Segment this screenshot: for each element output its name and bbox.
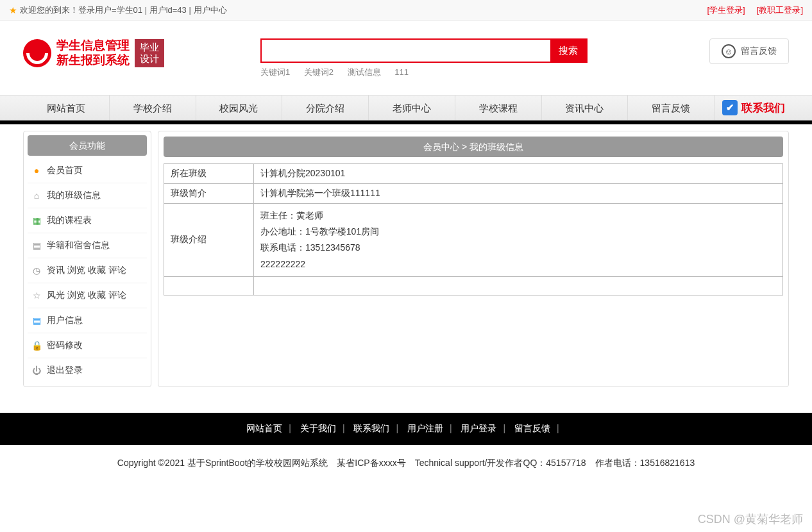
nav-course[interactable]: 学校课程 (455, 96, 542, 120)
table-row: 所在班级 计算机分院20230101 (164, 164, 783, 184)
table-row (164, 276, 783, 295)
search-input[interactable] (262, 40, 550, 62)
nav-news[interactable]: 资讯中心 (542, 96, 629, 120)
headset-icon: ☺ (722, 44, 736, 58)
main-panel: 会员中心 > 我的班级信息 所在班级 计算机分院20230101 班级简介 计算… (158, 131, 789, 387)
header: 学生信息管理 新生报到系统 毕业 设计 搜索 关键词1 关键词2 测试信息 11… (0, 21, 812, 85)
cell-label: 所在班级 (164, 164, 254, 184)
table-row: 班级介绍 班主任：黄老师 办公地址：1号教学楼101房间 联系电话：135123… (164, 204, 783, 277)
home-icon: ● (31, 165, 42, 176)
welcome-text: 欢迎您的到来！登录用户=学生01 | 用户id=43 | (20, 4, 191, 16)
keyword-link[interactable]: 111 (394, 67, 409, 77)
cell-value: 班主任：黄老师 办公地址：1号教学楼101房间 联系电话：13512345678… (254, 204, 783, 277)
table-row: 班级简介 计算机学院第一个班级111111 (164, 184, 783, 204)
keyword-link[interactable]: 关键词2 (304, 67, 334, 77)
detail-line: 联系电话：13512345678 (260, 240, 776, 256)
nav-feedback[interactable]: 留言反馈 (628, 96, 715, 120)
sidebar-item-password[interactable]: 🔒密码修改 (28, 333, 147, 358)
keyword-link[interactable]: 关键词1 (260, 67, 290, 77)
footer-link[interactable]: 网站首页 (246, 423, 282, 433)
logo-line2: 新生报到系统 (56, 53, 130, 68)
copyright: Copyright ©2021 基于SprintBoot的学校校园网站系统 某省… (0, 445, 812, 482)
detail-line: 222222222 (260, 256, 776, 272)
cell-value: 计算机分院20230101 (254, 164, 783, 184)
clock-icon: ◷ (31, 265, 42, 276)
info-table: 所在班级 计算机分院20230101 班级简介 计算机学院第一个班级111111… (164, 163, 783, 295)
feedback-label: 留言反馈 (741, 46, 777, 57)
nav-home[interactable]: 网站首页 (23, 96, 110, 120)
sidebar-item-dorm[interactable]: ▤学籍和宿舍信息 (28, 233, 147, 258)
keyword-link[interactable]: 测试信息 (348, 67, 381, 77)
grid-icon: ▤ (31, 240, 42, 251)
calendar-icon: ▦ (31, 215, 42, 226)
house-icon: ⌂ (31, 190, 42, 201)
breadcrumb: 会员中心 > 我的班级信息 (164, 137, 783, 157)
sidebar-title: 会员功能 (28, 135, 147, 156)
top-right: [学生登录] [教职工登录] (707, 4, 803, 16)
power-icon: ⏻ (31, 365, 42, 376)
detail-line: 办公地址：1号教学楼101房间 (260, 224, 776, 240)
cell-value: 计算机学院第一个班级111111 (254, 184, 783, 204)
footer-nav: 网站首页| 关于我们| 联系我们| 用户注册| 用户登录| 留言反馈| (0, 413, 812, 445)
nav-teacher[interactable]: 老师中心 (369, 96, 455, 120)
cell-label (164, 276, 254, 295)
logo-tag: 毕业 设计 (135, 39, 164, 67)
staff-login-link[interactable]: [教职工登录] (757, 5, 803, 15)
nav-branch[interactable]: 分院介绍 (282, 96, 369, 120)
footer-link[interactable]: 关于我们 (300, 423, 336, 433)
logo-text: 学生信息管理 新生报到系统 (56, 38, 130, 68)
footer-link[interactable]: 联系我们 (353, 423, 389, 433)
cell-label: 班级介绍 (164, 204, 254, 277)
top-bar: ★ 欢迎您的到来！登录用户=学生01 | 用户id=43 | 用户中心 [学生登… (0, 0, 812, 21)
star-icon: ☆ (31, 290, 42, 301)
sidebar-item-user[interactable]: ▤用户信息 (28, 308, 147, 333)
nav-contact[interactable]: ✔ 联系我们 (715, 96, 789, 120)
sidebar-item-home[interactable]: ●会员首页 (28, 158, 147, 183)
star-icon: ★ (9, 5, 17, 15)
footer-link[interactable]: 用户注册 (407, 423, 443, 433)
check-icon: ✔ (722, 100, 738, 115)
cell-value (254, 276, 783, 295)
sidebar: 会员功能 ●会员首页 ⌂我的班级信息 ▦我的课程表 ▤学籍和宿舍信息 ◷资讯 浏… (23, 131, 151, 387)
sidebar-item-schedule[interactable]: ▦我的课程表 (28, 208, 147, 233)
search-area: 搜索 关键词1 关键词2 测试信息 111 (260, 38, 588, 78)
sidebar-item-logout[interactable]: ⏻退出登录 (28, 358, 147, 383)
logo-icon (23, 39, 51, 67)
detail-line: 班主任：黄老师 (260, 208, 776, 224)
nav-scenery[interactable]: 校园风光 (196, 96, 283, 120)
sidebar-item-news[interactable]: ◷资讯 浏览 收藏 评论 (28, 258, 147, 283)
logo-line1: 学生信息管理 (56, 38, 130, 53)
nav-school[interactable]: 学校介绍 (110, 96, 196, 120)
sidebar-item-scenery[interactable]: ☆风光 浏览 收藏 评论 (28, 283, 147, 308)
footer-link[interactable]: 留言反馈 (514, 423, 550, 433)
keyword-row: 关键词1 关键词2 测试信息 111 (260, 67, 588, 78)
document-icon: ▤ (31, 315, 42, 326)
content: 会员功能 ●会员首页 ⌂我的班级信息 ▦我的课程表 ▤学籍和宿舍信息 ◷资讯 浏… (0, 124, 812, 394)
search-button[interactable]: 搜索 (550, 40, 586, 62)
welcome-area: ★ 欢迎您的到来！登录用户=学生01 | 用户id=43 | 用户中心 (9, 4, 227, 16)
feedback-button[interactable]: ☺ 留言反馈 (709, 38, 789, 64)
navbar: 网站首页 学校介绍 校园风光 分院介绍 老师中心 学校课程 资讯中心 留言反馈 … (0, 95, 812, 121)
cell-label: 班级简介 (164, 184, 254, 204)
logo-area: 学生信息管理 新生报到系统 毕业 设计 (23, 38, 164, 68)
contact-label: 联系我们 (741, 101, 785, 115)
student-login-link[interactable]: [学生登录] (707, 5, 745, 15)
lock-icon: 🔒 (31, 340, 42, 351)
search-box: 搜索 (260, 38, 588, 63)
footer-link[interactable]: 用户登录 (461, 423, 496, 433)
sidebar-item-class[interactable]: ⌂我的班级信息 (28, 183, 147, 208)
usercenter-link[interactable]: 用户中心 (194, 4, 227, 16)
